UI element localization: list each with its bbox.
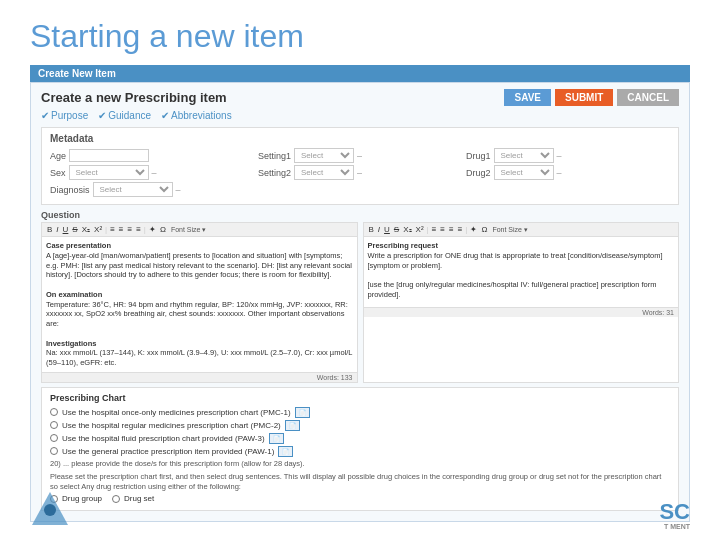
diagnosis-field-group: Diagnosis Select – — [50, 182, 670, 197]
cancel-button[interactable]: CANCEL — [617, 89, 679, 106]
list-button[interactable]: ≡ — [135, 225, 142, 234]
setting1-select[interactable]: Select — [294, 148, 354, 163]
form-actions: SAVE SUBMIT CANCEL — [504, 89, 679, 106]
metadata-row-3: Diagnosis Select – — [50, 182, 670, 197]
italic-button-2[interactable]: I — [377, 225, 381, 234]
font-size-label: Font Size ▾ — [171, 226, 207, 234]
pdf-icon-1[interactable]: 📄 — [295, 407, 310, 418]
question-label: Question — [41, 210, 679, 220]
drug1-field-group: Drug1 Select – — [466, 148, 670, 163]
tab-guidance[interactable]: ✔ Guidance — [98, 110, 151, 121]
tab-abbreviations[interactable]: ✔ Abbreviations — [161, 110, 232, 121]
chart-radio-2[interactable] — [50, 421, 58, 429]
setting2-select[interactable]: Select — [294, 165, 354, 180]
metadata-row-2: Sex Select – Setting2 Select – Drug2 — [50, 165, 670, 180]
align-left-button-2[interactable]: ≡ — [431, 225, 438, 234]
metadata-row-1: Age Setting1 Select – Drug1 Select – — [50, 148, 670, 163]
underline-button-2[interactable]: U — [383, 225, 391, 234]
age-field-group: Age — [50, 149, 254, 162]
case-presentation-content[interactable]: Case presentation A [age]-year-old [man/… — [42, 237, 357, 372]
align-center-button[interactable]: ≡ — [118, 225, 125, 234]
logo-sc-text: SC — [659, 501, 690, 523]
prescribing-chart-section: Prescribing Chart Use the hospital once-… — [41, 387, 679, 512]
page-title: Starting a new item — [0, 0, 720, 65]
metadata-section: Metadata Age Setting1 Select – Drug1 — [41, 127, 679, 205]
prescribing-toolbar: B I U S X₂ X² | ≡ ≡ ≡ ≡ | ✦ Ω Font Size … — [364, 223, 679, 237]
prescribing-chart-note: 20) ... please provide the dose/s for th… — [50, 459, 670, 468]
form-title: Create a new Prescribing item — [41, 90, 227, 105]
italic-button[interactable]: I — [55, 225, 59, 234]
chart-option-3: Use the hospital fluid prescription char… — [50, 433, 670, 444]
editors-row: B I U S X₂ X² | ≡ ≡ ≡ ≡ | ✦ Ω Font Size … — [41, 222, 679, 383]
svg-point-1 — [44, 504, 56, 516]
age-input[interactable] — [69, 149, 149, 162]
case-toolbar: B I U S X₂ X² | ≡ ≡ ≡ ≡ | ✦ Ω Font Size … — [42, 223, 357, 237]
chart-option-4: Use the general practice prescription it… — [50, 446, 670, 457]
align-right-button-2[interactable]: ≡ — [448, 225, 455, 234]
sex-select[interactable]: Select — [69, 165, 149, 180]
pdf-icon-3[interactable]: 📄 — [269, 433, 284, 444]
form-container: Create a new Prescribing item SAVE SUBMI… — [30, 82, 690, 522]
prescribing-word-count: Words: 31 — [364, 307, 679, 317]
chart-option-1: Use the hospital once-only medicines pre… — [50, 407, 670, 418]
align-center-button-2[interactable]: ≡ — [439, 225, 446, 234]
superscript-button[interactable]: X² — [93, 225, 103, 234]
list-button-2[interactable]: ≡ — [457, 225, 464, 234]
logo-sub-text: T MENT — [659, 523, 690, 530]
chart-radio-4[interactable] — [50, 447, 58, 455]
sex-field-group: Sex Select – — [50, 165, 254, 180]
align-right-button[interactable]: ≡ — [126, 225, 133, 234]
align-left-button[interactable]: ≡ — [109, 225, 116, 234]
bold-button[interactable]: B — [46, 225, 53, 234]
setting2-field-group: Setting2 Select – — [258, 165, 462, 180]
omega-button[interactable]: Ω — [159, 225, 167, 234]
drug-set-radio[interactable] — [112, 495, 120, 503]
prescribing-request-editor: B I U S X₂ X² | ≡ ≡ ≡ ≡ | ✦ Ω Font Size … — [363, 222, 680, 383]
strikethrough-button[interactable]: S — [71, 225, 78, 234]
subscript-button-2[interactable]: X₂ — [402, 225, 412, 234]
bold-button-2[interactable]: B — [368, 225, 375, 234]
prescribing-request-content[interactable]: Prescribing request Write a prescription… — [364, 237, 679, 307]
pdf-icon-4[interactable]: 📄 — [278, 446, 293, 457]
subscript-button[interactable]: X₂ — [81, 225, 91, 234]
pdf-icon-2[interactable]: 📄 — [285, 420, 300, 431]
chart-radio-1[interactable] — [50, 408, 58, 416]
case-word-count: Words: 133 — [42, 372, 357, 382]
tab-purpose[interactable]: ✔ Purpose — [41, 110, 88, 121]
prescribing-chart-title: Prescribing Chart — [50, 393, 670, 403]
drug1-select[interactable]: Select — [494, 148, 554, 163]
special-char-button[interactable]: ✦ — [148, 225, 157, 234]
font-size-label-2: Font Size ▾ — [492, 226, 528, 234]
metadata-label: Metadata — [50, 133, 670, 144]
setting1-field-group: Setting1 Select – — [258, 148, 462, 163]
underline-button[interactable]: U — [62, 225, 70, 234]
drug-radio-row: Drug group Drug set — [50, 494, 670, 505]
logo-left — [30, 490, 70, 530]
superscript-button-2[interactable]: X² — [415, 225, 425, 234]
submit-button[interactable]: SUBMIT — [555, 89, 613, 106]
chart-option-2: Use the hospital regular medicines presc… — [50, 420, 670, 431]
chart-radio-3[interactable] — [50, 434, 58, 442]
drug2-select[interactable]: Select — [494, 165, 554, 180]
form-header: Create a new Prescribing item SAVE SUBMI… — [41, 89, 679, 106]
drug-note: Please set the prescription chart first,… — [50, 472, 670, 492]
special-char-button-2[interactable]: ✦ — [469, 225, 478, 234]
tabs-row: ✔ Purpose ✔ Guidance ✔ Abbreviations — [41, 110, 679, 121]
strikethrough-button-2[interactable]: S — [393, 225, 400, 234]
drug2-field-group: Drug2 Select – — [466, 165, 670, 180]
logo-right: SC T MENT — [659, 501, 690, 530]
case-presentation-editor: B I U S X₂ X² | ≡ ≡ ≡ ≡ | ✦ Ω Font Size … — [41, 222, 358, 383]
blue-bar: Create New Item — [30, 65, 690, 82]
diagnosis-select[interactable]: Select — [93, 182, 173, 197]
save-button[interactable]: SAVE — [504, 89, 551, 106]
omega-button-2[interactable]: Ω — [480, 225, 488, 234]
drug-set-option: Drug set — [112, 494, 154, 503]
